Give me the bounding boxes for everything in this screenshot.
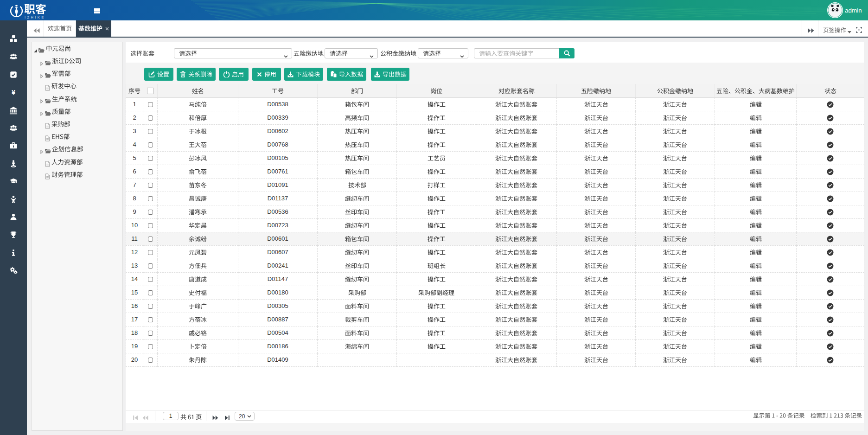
svg-text:¥: ¥ bbox=[12, 89, 15, 96]
